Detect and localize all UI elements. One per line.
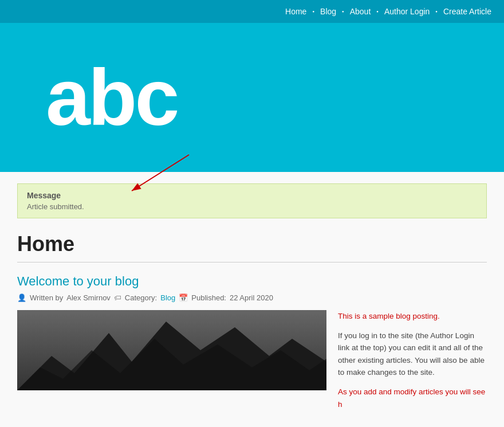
nav-about[interactable]: About	[346, 5, 375, 18]
article-body: This is a sample blog posting. If you lo…	[17, 310, 487, 417]
nav-sep-4: ●	[435, 10, 438, 13]
article-image	[17, 310, 326, 390]
article-text-content: This is a sample blog posting. If you lo…	[338, 310, 487, 417]
highlight-text-1: This is a sample blog posting.	[338, 312, 440, 320]
published-date: 22 April 2020	[230, 293, 273, 302]
nav-sep-3: ●	[376, 10, 379, 13]
message-box: Message Article submitted.	[17, 183, 487, 218]
page-title: Home	[17, 232, 487, 256]
hero-logo: abc	[46, 57, 177, 138]
article-para-1: This is a sample blog posting.	[338, 310, 487, 323]
nav-home[interactable]: Home	[282, 5, 310, 18]
published-label: Published:	[191, 293, 226, 302]
article-para-2: If you log in to the site (the Author Lo…	[338, 330, 487, 379]
nav-sep-2: ●	[342, 10, 344, 13]
message-body: Article submitted.	[27, 202, 477, 211]
nav-author-login[interactable]: Author Login	[381, 5, 433, 18]
highlight-text-3: As you add and modify articles you will …	[338, 387, 485, 409]
calendar-icon: 📅	[179, 293, 188, 302]
category-link[interactable]: Blog	[160, 293, 175, 302]
nav-blog[interactable]: Blog	[317, 5, 340, 18]
title-divider	[17, 262, 487, 263]
author-name: Alex Smirnov	[66, 293, 111, 302]
message-title: Message	[27, 191, 477, 200]
article: Welcome to your blog 👤 Written by Alex S…	[17, 274, 487, 417]
article-para-3: As you add and modify articles you will …	[338, 386, 487, 410]
article-meta: 👤 Written by Alex Smirnov 🏷 Category: Bl…	[17, 293, 487, 302]
category-label: Category:	[125, 293, 157, 302]
main-content: Message Article submitted. Home Welcome …	[0, 172, 504, 427]
article-title[interactable]: Welcome to your blog	[17, 274, 487, 289]
nav-sep-1: ●	[312, 10, 314, 13]
mountain-svg	[17, 310, 326, 390]
hero-banner: abc	[0, 23, 504, 172]
written-by-label: Written by	[30, 293, 63, 302]
nav-create-article[interactable]: Create Article	[440, 5, 495, 18]
author-icon: 👤	[17, 293, 26, 302]
category-icon: 🏷	[114, 293, 121, 302]
top-navigation: Home ● Blog ● About ● Author Login ● Cre…	[0, 0, 504, 23]
